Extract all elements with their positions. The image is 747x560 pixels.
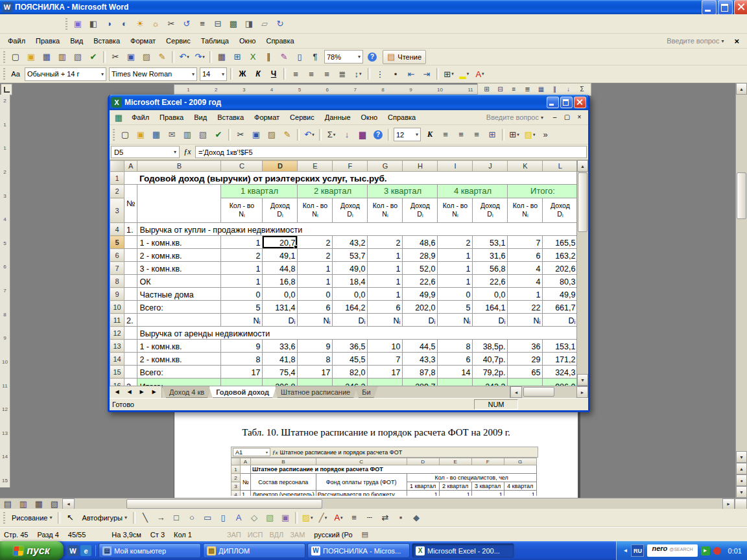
scroll-up-icon[interactable]: ▲ (577, 160, 588, 172)
cell-K3[interactable]: Кол - во Nᵢ (508, 198, 543, 223)
cell-I13[interactable]: 8 (438, 340, 473, 353)
workbook-restore-icon[interactable]: ▢ (561, 112, 573, 123)
word-menu-item-5[interactable]: Сервис (161, 34, 196, 48)
cell-D15[interactable]: 75,4 (263, 366, 298, 379)
oval-icon[interactable]: ○ (184, 511, 200, 525)
align-right-icon[interactable]: ≡ (319, 67, 335, 81)
shadow-style-icon[interactable]: ▪ (393, 511, 409, 525)
cell-L9[interactable]: 49,9 (543, 288, 578, 301)
cell-F8[interactable]: 18,4 (333, 275, 368, 288)
cell-B13[interactable]: 1 - комн.кв. (137, 340, 221, 353)
column-header-C[interactable]: C (316, 458, 407, 465)
more-contrast-icon[interactable]: ◑ (101, 17, 117, 31)
row-header-5[interactable]: 5 (110, 236, 124, 249)
row-header-14[interactable]: 14 (110, 353, 124, 366)
cell-B9[interactable]: Частные дома (137, 288, 221, 301)
column-header-F[interactable]: F (471, 458, 504, 465)
cell-I14[interactable]: 6 (438, 353, 473, 366)
cell-K9[interactable]: 1 (508, 288, 543, 301)
column-header-H[interactable]: H (403, 161, 438, 172)
styles-and-formatting-button[interactable]: Аа (8, 67, 23, 81)
insert-excel-icon[interactable]: X (245, 50, 261, 64)
select-browse-object-button[interactable]: ● (736, 474, 747, 486)
cell-C16[interactable] (221, 379, 263, 386)
cell-B2[interactable] (137, 185, 221, 223)
cell-A2[interactable]: № (124, 185, 137, 223)
excel-menu-item-3[interactable]: Вставка (212, 110, 249, 124)
cell-D16[interactable]: 206,8 (263, 379, 298, 386)
cell-A13[interactable] (124, 340, 137, 353)
next-page-button[interactable]: ▼ (736, 486, 747, 498)
cell-E2[interactable]: 2 квартал (298, 185, 368, 198)
cell-A14[interactable] (124, 353, 137, 366)
taskbar-button[interactable]: ▤Мой компьютер (99, 543, 201, 558)
save-icon[interactable]: ▦ (148, 128, 164, 142)
word-menu-item-0[interactable]: Файл (3, 34, 30, 48)
cell-A8[interactable] (124, 275, 137, 288)
scroll-down-icon[interactable]: ▼ (736, 451, 747, 463)
less-contrast-icon[interactable]: ◐ (117, 17, 132, 31)
justify-icon[interactable]: ≣ (335, 67, 350, 81)
cell-G4[interactable]: 1 (504, 491, 536, 496)
font-select[interactable]: Times New Roman ▾ (109, 67, 197, 81)
style-select[interactable]: Обычный + 14 г ▾ (25, 67, 106, 81)
merge-cells-icon[interactable]: ⊞ (480, 84, 493, 95)
cell-B6[interactable]: 2 - комн.кв. (137, 249, 221, 262)
cell-D13[interactable]: 33,6 (263, 340, 298, 353)
cell-A7[interactable] (124, 262, 137, 275)
cell-E8[interactable]: 1 (298, 275, 333, 288)
cell-H11[interactable]: Dᵢ (403, 314, 438, 327)
row-header-16[interactable]: 16 (110, 379, 124, 386)
cut-icon[interactable]: ✂ (233, 128, 248, 142)
column-header-D[interactable]: D (407, 458, 439, 465)
cell-H14[interactable]: 43,3 (403, 353, 438, 366)
excel-menu-item-2[interactable]: Вид (189, 110, 212, 124)
increase-indent-icon[interactable]: ⇥ (419, 67, 434, 81)
cell-L15[interactable]: 324,3 (543, 366, 578, 379)
cell-E14[interactable]: 8 (298, 353, 333, 366)
word-menu-item-2[interactable]: Вид (65, 34, 88, 48)
cell-C3[interactable]: Кол - во Nᵢ (221, 198, 263, 223)
cell-B1[interactable]: Годовой доход (выручки) от риэлтерских у… (137, 172, 578, 185)
tables-and-borders-icon[interactable]: ▦ (214, 50, 230, 64)
new-workbook-icon[interactable]: ▢ (117, 128, 133, 142)
cell-K13[interactable]: 36 (508, 340, 543, 353)
format-painter-icon[interactable]: ✎ (279, 128, 295, 142)
paste-icon[interactable]: ▨ (264, 128, 279, 142)
cell-K14[interactable]: 29 (508, 353, 543, 366)
cell-F13[interactable]: 36,5 (333, 340, 368, 353)
cell-B16[interactable]: Итого: (137, 379, 221, 386)
arrow-style-icon[interactable]: ⇄ (377, 511, 393, 525)
cell-E3[interactable]: Кол - во Nᵢ (298, 198, 333, 223)
cell-F7[interactable]: 49,0 (333, 262, 368, 275)
cell-H15[interactable]: 87,8 (403, 366, 438, 379)
excel-menu-item-5[interactable]: Сервис (285, 110, 320, 124)
line-icon[interactable]: ╲ (137, 511, 153, 525)
cell-J3[interactable]: Доход Dᵢ (473, 198, 508, 223)
insert-table-icon[interactable]: ⊞ (230, 50, 245, 64)
text-box-icon[interactable]: ▭ (200, 511, 215, 525)
row-header-1[interactable]: 1 (231, 465, 241, 474)
word-vertical-scrollbar[interactable]: ▲ ▼ ▲ ● ▼ (735, 83, 747, 498)
cell-F14[interactable]: 45,5 (333, 353, 368, 366)
cell-F4[interactable]: 1 (471, 491, 504, 496)
reset-picture-icon[interactable]: ↻ (272, 17, 288, 31)
cell-C14[interactable]: 8 (221, 353, 263, 366)
cell-J6[interactable]: 31,6 (473, 249, 508, 262)
cell-C8[interactable]: 1 (221, 275, 263, 288)
cell-K7[interactable]: 4 (508, 262, 543, 275)
row-header-12[interactable]: 12 (110, 327, 124, 340)
scrollbar-track[interactable] (522, 386, 576, 398)
cell-C4[interactable]: Рассчитывается по бюджету (316, 491, 407, 496)
font-color-icon[interactable]: А▾ (472, 67, 488, 81)
cell-B15[interactable]: Всего: (137, 366, 221, 379)
cell-F11[interactable]: Dᵢ (333, 314, 368, 327)
taskbar-button[interactable]: ▨ДИПЛОМ (203, 543, 305, 558)
cell-G8[interactable]: 1 (368, 275, 403, 288)
dash-style-icon[interactable]: ┄ (362, 511, 377, 525)
word-menu-item-3[interactable]: Вставка (88, 34, 125, 48)
row-header-2[interactable]: 2 (231, 474, 241, 482)
cell-H8[interactable]: 22,6 (403, 275, 438, 288)
sort-ascending-icon[interactable]: ↓ (339, 128, 355, 142)
formula-input[interactable]: ='Доход 1кв'!$F5 (195, 146, 587, 158)
